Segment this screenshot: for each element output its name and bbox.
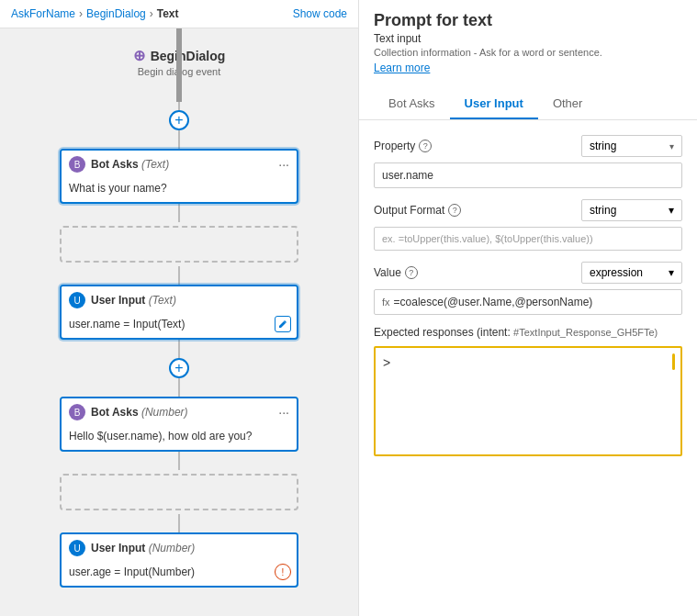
- user-input-number-header: U User Input (Number): [62, 534, 297, 562]
- user-input-number-title: User Input (Number): [91, 542, 195, 554]
- bot-icon-1: B: [69, 156, 85, 173]
- bot-asks-number-body: Hello $(user.name), how old are you?: [62, 426, 297, 450]
- breadcrumb-sep-1: ›: [79, 7, 83, 20]
- right-panel: Prompt for text Text input Collection in…: [358, 0, 697, 616]
- left-panel: AskForName › BeginDialog › Text Show cod…: [0, 0, 358, 616]
- value-info-icon[interactable]: ?: [405, 266, 418, 279]
- property-select-chevron: ▾: [669, 141, 674, 151]
- user-input-number-body: user.age = Input(Number): [62, 562, 297, 586]
- breadcrumb-item-text: Text: [157, 7, 179, 20]
- user-input-text-title: User Input (Text): [91, 294, 176, 307]
- property-info-icon[interactable]: ?: [419, 140, 432, 152]
- value-field-row: Value ? expression ▾: [374, 262, 682, 284]
- breadcrumb: AskForName › BeginDialog › Text Show cod…: [0, 0, 358, 28]
- output-format-select[interactable]: string ▾: [581, 199, 682, 221]
- bot-asks-text-title: Bot Asks (Text): [91, 158, 169, 171]
- response-box-scroll-bar: [672, 353, 675, 370]
- bot-asks-number-title: Bot Asks (Number): [91, 406, 188, 419]
- user-icon-2: U: [69, 540, 85, 556]
- connector-7: [178, 452, 180, 470]
- property-select[interactable]: string ▾: [581, 135, 682, 157]
- user-input-text-header: U User Input (Text): [62, 286, 297, 314]
- property-input[interactable]: user.name: [374, 162, 682, 188]
- response-box[interactable]: >: [374, 346, 682, 456]
- bot-asks-text-header: B Bot Asks (Text) ···: [62, 151, 297, 178]
- scroll-thumb[interactable]: [176, 28, 182, 102]
- show-code-button[interactable]: Show code: [293, 7, 347, 20]
- expected-responses-label: Expected responses (intent: #TextInput_R…: [374, 326, 682, 339]
- connector-4: [178, 266, 180, 285]
- connector-3: [178, 204, 180, 222]
- value-formula-input[interactable]: fx =coalesce(@user.Name,@personName): [374, 289, 682, 315]
- bot-asks-number-header: B Bot Asks (Number) ···: [62, 398, 297, 426]
- user-input-text-node[interactable]: U User Input (Text) user.name = Input(Te…: [60, 285, 298, 340]
- panel-tabs: Bot Asks User Input Other: [374, 89, 682, 119]
- value-select-chevron: ▾: [669, 266, 674, 279]
- user-icon-1: U: [69, 292, 85, 308]
- property-label: Property ?: [374, 140, 432, 152]
- tab-bot-asks[interactable]: Bot Asks: [374, 89, 450, 119]
- breadcrumb-sep-2: ›: [150, 7, 153, 20]
- canvas-area: ⊕ BeginDialog Begin dialog event + B Bot…: [0, 28, 358, 616]
- node-menu-btn-2[interactable]: ···: [278, 405, 289, 420]
- expected-tag: #TextInput_Response_GH5FTe): [513, 327, 658, 338]
- value-select[interactable]: expression ▾: [581, 262, 682, 284]
- learn-more-link[interactable]: Learn more: [374, 62, 430, 74]
- bot-icon-2: B: [69, 404, 85, 420]
- node-menu-btn-1[interactable]: ···: [278, 157, 289, 172]
- add-node-btn-2[interactable]: +: [169, 358, 189, 378]
- breadcrumb-item-begindialog[interactable]: BeginDialog: [86, 7, 146, 20]
- response-cursor: >: [383, 355, 390, 370]
- bot-asks-number-node[interactable]: B Bot Asks (Number) ··· Hello $(user.nam…: [60, 397, 298, 452]
- node-edit-icon-1[interactable]: [275, 316, 291, 332]
- bot-asks-text-node[interactable]: B Bot Asks (Text) ··· What is your name?: [60, 149, 298, 204]
- node-error-icon-1[interactable]: !: [275, 564, 291, 580]
- value-formula-text: =coalesce(@user.Name,@personName): [394, 296, 593, 308]
- panel-description: Collection information - Ask for a word …: [374, 47, 682, 58]
- connector-5: [178, 340, 180, 358]
- value-label: Value ?: [374, 266, 418, 279]
- output-format-field-row: Output Format ? string ▾: [374, 199, 682, 221]
- dashed-box-1: [60, 226, 298, 263]
- output-format-chevron: ▾: [669, 204, 674, 217]
- tab-user-input[interactable]: User Input: [450, 89, 538, 119]
- output-format-input[interactable]: ex. =toUpper(this.value), $(toUpper(this…: [374, 227, 682, 251]
- panel-subtitle: Text input: [374, 32, 682, 45]
- connector-2: [178, 130, 180, 149]
- add-node-btn-1[interactable]: +: [169, 110, 189, 130]
- begin-dialog-icon: ⊕: [133, 47, 145, 64]
- connector-6: [178, 378, 180, 397]
- dashed-box-2: [60, 474, 298, 510]
- output-format-info-icon[interactable]: ?: [448, 204, 461, 217]
- panel-title: Prompt for text: [374, 11, 682, 30]
- connector-8: [178, 514, 180, 532]
- bot-asks-text-body: What is your name?: [62, 178, 297, 202]
- breadcrumb-item-askforname[interactable]: AskForName: [11, 7, 75, 20]
- output-format-label: Output Format ?: [374, 204, 461, 217]
- tab-other[interactable]: Other: [538, 89, 598, 119]
- fx-prefix: fx: [382, 297, 390, 308]
- panel-content: Property ? string ▾ user.name Output For…: [359, 120, 697, 616]
- user-input-number-node[interactable]: U User Input (Number) user.age = Input(N…: [60, 532, 298, 588]
- user-input-text-body: user.name = Input(Text): [62, 314, 297, 338]
- begin-dialog-title: BeginDialog: [151, 49, 226, 63]
- panel-header: Prompt for text Text input Collection in…: [359, 0, 697, 120]
- property-field-row: Property ? string ▾: [374, 135, 682, 157]
